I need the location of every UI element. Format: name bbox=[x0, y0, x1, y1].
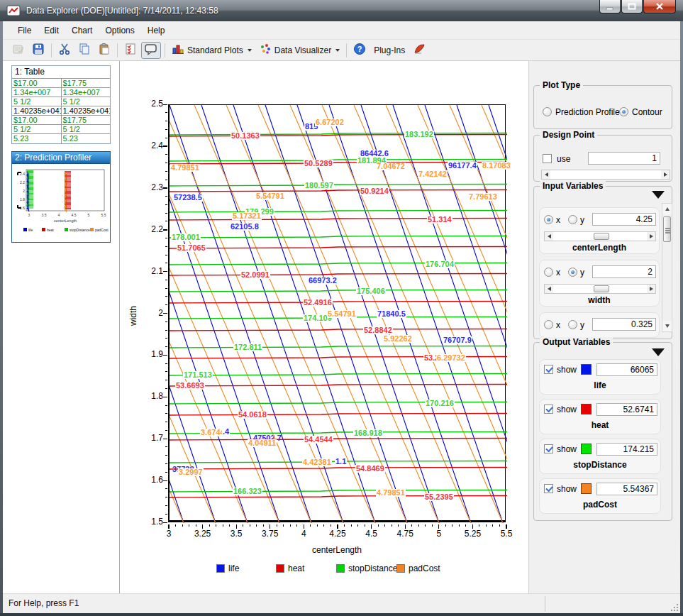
output-value-field[interactable]: 66065 bbox=[596, 363, 657, 376]
contour-label-life: 1.1 bbox=[335, 458, 347, 466]
show-checkbox[interactable] bbox=[544, 365, 553, 374]
x-minor-tick bbox=[323, 524, 324, 527]
dropdown-arrow-icon bbox=[248, 49, 252, 52]
input-value-field[interactable]: 2 bbox=[592, 265, 656, 278]
show-checkbox[interactable] bbox=[544, 484, 553, 493]
legend-swatch bbox=[336, 564, 345, 573]
x-minor-tick bbox=[392, 524, 392, 527]
standard-plots-button[interactable]: Standard Plots bbox=[169, 42, 255, 59]
table-row: 5.235.23 bbox=[12, 134, 110, 143]
plot-type-group: Plot Type Prediction ProfileContour bbox=[533, 85, 672, 129]
output-value-field[interactable]: 5.54367 bbox=[596, 483, 657, 495]
checklist-button[interactable] bbox=[121, 42, 140, 59]
series-color-swatch[interactable] bbox=[581, 483, 592, 494]
input-variable-card-centerLength: xy4.25centerLength bbox=[539, 207, 660, 254]
titlebar[interactable]: Data Explorer (DOE)[Untitled]: 7/14/2011… bbox=[0, 0, 683, 21]
input-variables-scrollbar[interactable] bbox=[662, 203, 672, 332]
use-checkbox[interactable] bbox=[543, 154, 552, 163]
menu-help[interactable]: Help bbox=[141, 23, 172, 38]
slider-right-arrow-icon[interactable] bbox=[661, 170, 670, 179]
y-minor-tick bbox=[165, 497, 167, 497]
help-button[interactable]: ? bbox=[350, 42, 369, 59]
y-tick bbox=[163, 522, 167, 523]
contour-label-padCost: 5.54791 bbox=[327, 310, 357, 318]
scroll-down-icon[interactable] bbox=[662, 321, 672, 331]
y-minor-tick bbox=[165, 422, 167, 422]
x-axis-radio[interactable] bbox=[544, 268, 553, 277]
resize-grip[interactable] bbox=[670, 603, 678, 611]
open-button[interactable] bbox=[9, 42, 28, 59]
contour-label-heat: 50.1363 bbox=[231, 132, 260, 140]
menu-chart[interactable]: Chart bbox=[65, 23, 99, 38]
scroll-up-icon[interactable] bbox=[662, 204, 672, 214]
svg-text:?: ? bbox=[357, 45, 362, 53]
paste-button[interactable] bbox=[95, 42, 113, 59]
output-value-field[interactable]: 52.6741 bbox=[596, 403, 657, 416]
show-checkbox[interactable] bbox=[544, 405, 553, 414]
design-point-field[interactable]: 1 bbox=[588, 152, 660, 165]
table-row: 5 1/25 1/2 bbox=[12, 125, 110, 134]
series-color-swatch[interactable] bbox=[581, 404, 592, 414]
menu-edit[interactable]: Edit bbox=[38, 23, 65, 38]
plugin-button[interactable] bbox=[410, 42, 430, 59]
standard-plots-button-label: Standard Plots bbox=[187, 45, 243, 55]
close-button[interactable] bbox=[643, 0, 676, 13]
scrollbar-thumb[interactable] bbox=[663, 216, 671, 242]
y-axis-radio[interactable] bbox=[568, 320, 577, 329]
slider-left-arrow-icon[interactable] bbox=[545, 285, 553, 293]
data-visualizer-button[interactable]: Data Visualizer bbox=[256, 42, 343, 59]
output-variable-card-padCost: show5.54367padCost bbox=[539, 478, 661, 514]
x-axis-radio[interactable] bbox=[544, 215, 553, 224]
y-axis-radio[interactable] bbox=[568, 215, 577, 224]
contour-label-padCost: 6.29732 bbox=[436, 354, 466, 362]
contour-label-stopDistance: 180.597 bbox=[304, 182, 334, 189]
annotation-button[interactable] bbox=[141, 42, 161, 59]
x-axis-label: centerLength bbox=[294, 545, 379, 555]
contour-plot[interactable]: 8156.67202183.19250.136386442.6181.89450… bbox=[168, 104, 506, 522]
input-value-field[interactable]: 0.325 bbox=[592, 318, 656, 331]
y-minor-tick bbox=[165, 413, 167, 414]
y-axis-radio[interactable] bbox=[568, 268, 577, 277]
x-minor-tick bbox=[243, 524, 243, 527]
slider-right-arrow-icon[interactable] bbox=[647, 232, 655, 241]
radio-label: Prediction Profile bbox=[555, 107, 620, 117]
input-variable-slider[interactable] bbox=[544, 231, 656, 241]
contour-label-stopDistance: 170.216 bbox=[425, 400, 455, 407]
maximize-button[interactable] bbox=[621, 0, 643, 13]
menu-file[interactable]: File bbox=[11, 23, 38, 38]
minimize-button[interactable] bbox=[599, 0, 621, 13]
input-variable-slider[interactable] bbox=[544, 284, 656, 294]
y-minor-tick bbox=[165, 246, 167, 247]
slider-left-arrow-icon[interactable] bbox=[545, 232, 553, 241]
x-tick-label: 5.5 bbox=[495, 529, 518, 539]
x-axis-radio[interactable] bbox=[544, 320, 553, 329]
plot-type-radio-prediction-profile[interactable] bbox=[543, 107, 552, 116]
menu-options[interactable]: Options bbox=[99, 23, 140, 38]
slider-right-arrow-icon[interactable] bbox=[647, 285, 655, 293]
slider-thumb[interactable] bbox=[594, 285, 609, 292]
plot-type-radio-contour[interactable] bbox=[619, 107, 628, 116]
x-tick-label: 4.25 bbox=[326, 529, 349, 539]
slider-left-arrow-icon[interactable] bbox=[542, 170, 550, 179]
copy-button[interactable] bbox=[75, 42, 94, 59]
collapse-arrow-icon[interactable] bbox=[652, 348, 665, 356]
slider-thumb[interactable] bbox=[594, 233, 609, 240]
save-button[interactable] bbox=[29, 42, 48, 59]
profiler-thumbnail-panel[interactable]: 2: Prediction Profiler 2.42.221.81.633.5… bbox=[11, 151, 111, 243]
output-value-field[interactable]: 174.215 bbox=[596, 443, 657, 456]
x-tick-label: 3.25 bbox=[191, 529, 214, 539]
series-color-swatch[interactable] bbox=[581, 364, 592, 375]
x-minor-tick bbox=[479, 524, 479, 527]
input-value-field[interactable]: 4.25 bbox=[592, 213, 656, 226]
profiler-thumbnail[interactable]: 2.42.221.81.633.544.555.5centerLengthlif… bbox=[12, 164, 110, 242]
series-color-swatch[interactable] bbox=[581, 444, 592, 454]
y-radio-label: y bbox=[580, 268, 584, 277]
design-point-slider[interactable] bbox=[541, 170, 670, 180]
cut-button[interactable] bbox=[55, 42, 74, 59]
input-variable-card-width: xy2width bbox=[539, 260, 660, 307]
x-minor-tick bbox=[432, 524, 433, 527]
table-thumbnail-panel[interactable]: 1: Table $17.00$17.751.34e+0071.34e+0075… bbox=[11, 65, 111, 144]
contour-label-padCost: 8.17083 bbox=[482, 162, 511, 170]
collapse-arrow-icon[interactable] bbox=[652, 191, 665, 199]
show-checkbox[interactable] bbox=[544, 444, 553, 453]
